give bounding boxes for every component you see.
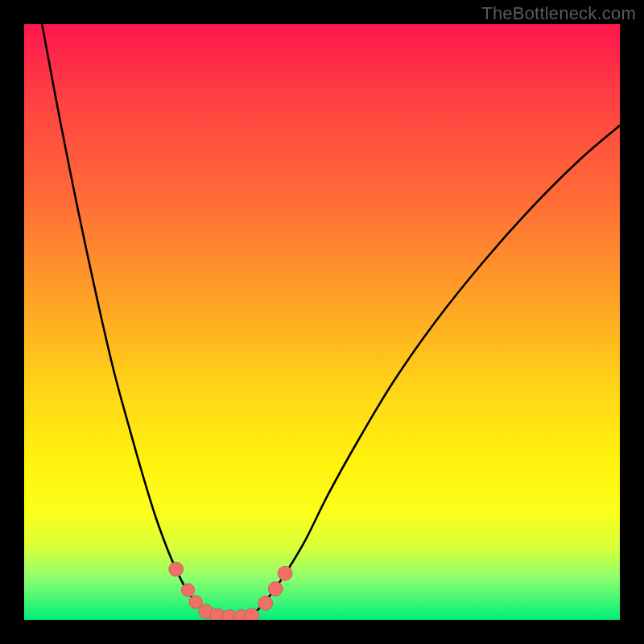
left-curve bbox=[42, 24, 215, 617]
data-marker bbox=[268, 582, 283, 597]
right-curve bbox=[250, 126, 620, 617]
data-marker bbox=[245, 609, 259, 620]
watermark-text: TheBottleneck.com bbox=[481, 3, 636, 24]
marker-layer bbox=[169, 562, 292, 620]
plot-area bbox=[24, 24, 620, 620]
chart-frame: TheBottleneck.com bbox=[0, 0, 644, 644]
data-marker bbox=[278, 566, 292, 580]
data-marker bbox=[169, 562, 184, 576]
data-marker bbox=[181, 584, 194, 597]
data-marker bbox=[258, 596, 273, 610]
curves-svg bbox=[24, 24, 620, 620]
